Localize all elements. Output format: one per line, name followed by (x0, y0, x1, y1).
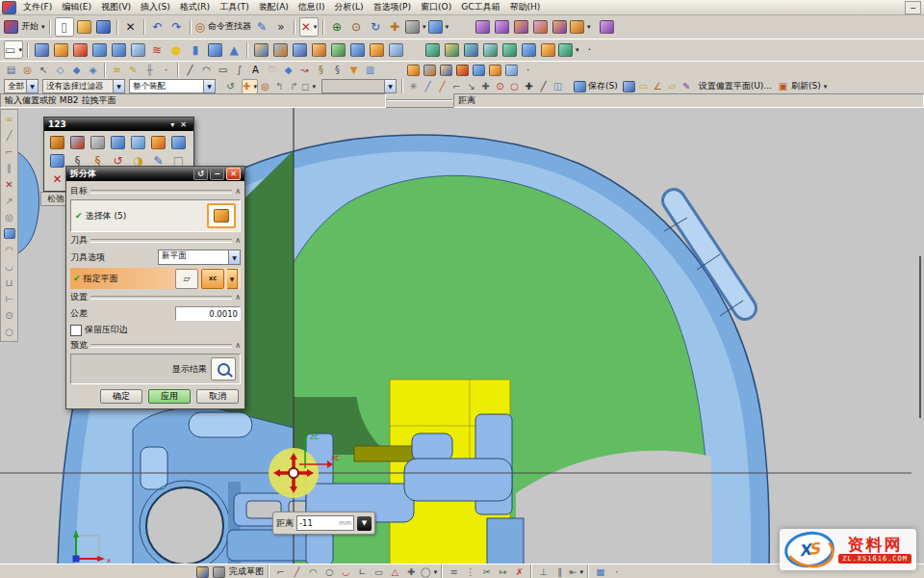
selection-filter-combo[interactable]: 没有选择过滤器▼ (42, 79, 125, 93)
section-settings[interactable]: 设置 ∧ (70, 291, 241, 303)
finish-flag-icon[interactable] (195, 565, 210, 578)
sk-parallel-button[interactable]: ∥ (552, 565, 567, 578)
spline-button[interactable]: ∫ (232, 64, 246, 77)
strip-tee[interactable]: ⊢ (3, 291, 16, 307)
strip-circles[interactable]: ◎ (3, 209, 16, 225)
dot-2[interactable]: · (521, 64, 535, 77)
menu-help[interactable]: 帮助(H) (504, 0, 545, 14)
keep-imprint-row[interactable]: 保留压印边 (70, 324, 241, 336)
view-cube-button[interactable] (573, 80, 587, 93)
book-button[interactable]: ▥ (363, 64, 377, 77)
sk-show-constraint-button[interactable]: ▦ (593, 565, 607, 578)
menu-analysis[interactable]: 分析(L) (330, 0, 369, 14)
sk-pattern-button[interactable]: ⋮ (463, 565, 477, 578)
sk-arc3-button[interactable]: ◡ (339, 565, 353, 578)
window-minimize-button[interactable]: − (905, 1, 921, 14)
strip-line[interactable]: ╱ (3, 127, 16, 144)
sk-line-button[interactable]: ╱ (290, 565, 304, 578)
prev-selection-button[interactable]: ↰ (272, 80, 287, 93)
face-rule-combo[interactable]: ▼ (321, 79, 397, 93)
sk-ellipse-button[interactable]: ◯▾ (421, 565, 437, 578)
section-tool[interactable]: 刀具 ∧ (70, 234, 241, 247)
unite-button[interactable] (271, 41, 289, 58)
menu-file[interactable]: 文件(F) (18, 0, 57, 14)
strip-circle-dot[interactable]: ⊙ (3, 307, 16, 324)
type-filter-combo[interactable]: 全部▼ (4, 79, 38, 93)
offset-face-button[interactable] (387, 41, 404, 58)
zoom-fit-button[interactable]: ⊕ (328, 18, 346, 36)
pocket-4[interactable] (481, 41, 499, 58)
chevron-down-icon[interactable]: ▾ (576, 46, 579, 54)
snap-endpoint-button[interactable]: ╱ (421, 80, 435, 93)
helix-button[interactable]: § (314, 64, 328, 77)
reset-filter-button[interactable]: ↺ (223, 80, 238, 93)
dot-1[interactable]: · (159, 64, 173, 77)
snap-circle-button[interactable]: ○ (507, 80, 522, 93)
chevron-down-icon[interactable]: ▾ (587, 23, 591, 31)
mold-tool-3[interactable] (512, 18, 529, 36)
dialog-reset-icon[interactable]: ↺ (193, 168, 208, 180)
scope-combo[interactable]: 整个装配▼ (129, 79, 216, 93)
plane-dialog-button[interactable]: ▱ (175, 269, 198, 289)
sheet-button[interactable]: ▱ (665, 80, 680, 93)
datum-plane-button[interactable] (252, 41, 270, 58)
menu-tools[interactable]: 工具(T) (215, 0, 254, 14)
palette-title-bar[interactable]: 123 ▾ ✕ (44, 118, 193, 131)
revolve-button[interactable] (71, 41, 89, 58)
snap-midpoint-button[interactable]: ╱ (435, 80, 449, 93)
collapse-arrow-icon[interactable]: ∧ (235, 293, 241, 302)
mold-curve-7[interactable] (504, 64, 519, 77)
distance-dropdown-button[interactable]: ▼ (357, 516, 372, 531)
pal-extrude[interactable] (89, 133, 107, 151)
mold-curve-3[interactable] (439, 64, 453, 77)
sk-point-button[interactable]: ✚ (404, 565, 419, 578)
pocket-8[interactable]: ▾ (558, 41, 579, 58)
snap-center-button[interactable]: ⊙ (493, 80, 507, 93)
cube-button[interactable] (206, 41, 223, 58)
constraints-button[interactable]: ≡ (110, 64, 124, 77)
strip-slot[interactable]: ⊔ (3, 275, 16, 291)
chevron-down-icon[interactable]: ▾ (446, 23, 449, 31)
pocket-6[interactable] (520, 41, 537, 58)
compass-button[interactable]: ◎ (258, 80, 272, 93)
delete-button[interactable]: ✕ (122, 18, 140, 36)
perspective-button[interactable]: ▾ (405, 18, 426, 36)
pocket-7[interactable] (539, 41, 556, 58)
pocket-2[interactable] (443, 41, 460, 58)
strip-arc-up[interactable]: ◠ (3, 242, 16, 258)
redo-button[interactable]: ↷ (168, 18, 186, 36)
chevron-down-icon[interactable]: ▼ (26, 80, 38, 92)
info-button[interactable]: ▤ (4, 64, 18, 77)
sk-quick-trim-button[interactable]: ✗ (512, 565, 526, 578)
mold-curve-1[interactable] (406, 64, 421, 77)
select-button[interactable]: ↖ (37, 64, 51, 77)
pal-x[interactable]: ✕ (48, 171, 66, 189)
snap-tangent-button[interactable]: ↘ (464, 80, 478, 93)
mold-curve-4[interactable] (455, 64, 470, 77)
sketch-pencil-button[interactable]: ✎ (126, 64, 141, 77)
rotate-view-button[interactable]: ↻ (367, 18, 384, 36)
snap-toggle-button[interactable]: ✚▾ (242, 79, 258, 94)
snap-cross-button[interactable]: ✚ (478, 80, 493, 93)
menu-preferences[interactable]: 首选项(P) (369, 0, 416, 14)
strip-arc-point[interactable]: ↗ (3, 193, 16, 209)
tolerance-input[interactable]: 0.0010 (175, 306, 241, 321)
sk-extend-button[interactable]: ↦ (496, 565, 510, 578)
profile-button[interactable]: ⌐ (273, 565, 288, 578)
line-button[interactable]: ╱ (183, 64, 197, 77)
pocket-3[interactable] (462, 41, 479, 58)
pal-sphere[interactable] (129, 133, 147, 151)
menu-gc-toolbox[interactable]: GC工具箱 (456, 0, 504, 14)
pan-button[interactable]: ✚ (386, 18, 403, 36)
mirror-button[interactable] (310, 41, 327, 58)
mold-curve-5[interactable] (472, 64, 486, 77)
chevron-down-icon[interactable]: ▾ (18, 46, 22, 54)
split-body-button[interactable] (348, 41, 366, 58)
csys-plane-button[interactable]: xc (201, 269, 224, 289)
palette-close-icon[interactable]: ✕ (177, 120, 190, 129)
keep-imprint-checkbox[interactable] (70, 325, 82, 336)
dialog-title-bar[interactable]: 拆分体 ↺ − ✕ (66, 167, 244, 181)
show-result-button[interactable] (211, 357, 236, 381)
section-target[interactable]: 目标 ∧ (70, 185, 241, 197)
chevron-down-icon[interactable]: ▼ (113, 80, 124, 92)
